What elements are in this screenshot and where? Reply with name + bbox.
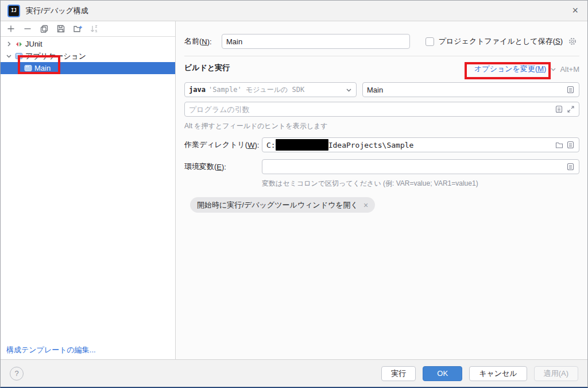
configuration-editor: 名前(N): プロジェクトファイルとして保存(S) ビルドと実行 オプションを変… xyxy=(176,21,588,361)
run-debug-configurations-dialog: IJ 実行/デバッグ構成 × xyxy=(0,0,588,388)
chevron-right-icon[interactable] xyxy=(5,41,12,48)
working-directory-field[interactable]: C: IdeaProjects\Sample xyxy=(262,137,579,152)
list-icon[interactable] xyxy=(566,163,575,171)
modify-options-shortcut: Alt+M xyxy=(560,65,579,74)
junit-icon xyxy=(14,40,23,48)
tree-item-main[interactable]: Main xyxy=(1,62,175,74)
alt-hint-text: Alt を押すとフィールドのヒントを表示します xyxy=(184,121,328,131)
configurations-tree: JUnit アプリケーション Main xyxy=(1,37,175,74)
program-arguments-input[interactable] xyxy=(189,102,552,116)
name-input[interactable] xyxy=(226,34,405,48)
build-and-run-heading: ビルドと実行 xyxy=(184,63,230,73)
env-hint-text: 変数はセミコロンで区切ってください (例: VAR=value; VAR1=va… xyxy=(262,179,478,189)
sort-alphabetically-icon[interactable] xyxy=(90,24,99,33)
application-icon xyxy=(24,64,32,72)
workdir-path-prefix: C: xyxy=(266,141,276,149)
configurations-sidebar: JUnit アプリケーション Main 構成テンプレートの編集... xyxy=(1,21,176,361)
modify-options-row: オプションを変更(M) Alt+M xyxy=(474,64,579,74)
tree-item-junit[interactable]: JUnit xyxy=(1,38,175,50)
close-icon[interactable]: × xyxy=(363,201,368,210)
edit-configuration-templates-link[interactable]: 構成テンプレートの編集... xyxy=(6,345,96,355)
open-toolwindow-tag: 開始時に実行/デバッグツールウィンドウを開く × xyxy=(190,197,375,213)
store-as-project-file-checkbox[interactable] xyxy=(425,37,434,46)
environment-variables-field-wrap xyxy=(262,159,579,174)
environment-variables-input[interactable] xyxy=(266,160,563,174)
ok-button[interactable]: OK xyxy=(423,366,462,381)
name-field-wrap xyxy=(222,34,410,49)
tree-item-label: JUnit xyxy=(25,40,42,48)
remove-icon[interactable] xyxy=(23,24,32,33)
dialog-footer: ? 実行 OK キャンセル 適用(A) xyxy=(1,359,587,387)
save-icon[interactable] xyxy=(56,24,65,33)
copy-icon[interactable] xyxy=(40,24,49,33)
sdk-combobox[interactable]: java 'Sample' モジュールの SDK xyxy=(184,82,357,97)
modify-options-link[interactable]: オプションを変更(M) xyxy=(474,64,546,74)
new-folder-icon[interactable] xyxy=(73,24,82,33)
tag-label: 開始時に実行/デバッグツールウィンドウを開く xyxy=(197,200,358,210)
title-bar: IJ 実行/デバッグ構成 × xyxy=(1,1,587,21)
close-icon[interactable]: × xyxy=(570,5,581,17)
environment-variables-label: 環境変数(E): xyxy=(184,159,226,174)
redaction-box xyxy=(276,139,328,151)
workdir-path-suffix: IdeaProjects\Sample xyxy=(328,141,414,149)
store-as-project-file-group: プロジェクトファイルとして保存(S) xyxy=(425,34,577,49)
application-icon xyxy=(14,52,23,60)
list-icon[interactable] xyxy=(566,141,575,149)
store-as-project-file-label: プロジェクトファイルとして保存(S) xyxy=(439,36,563,47)
sidebar-toolbar xyxy=(1,21,175,37)
help-icon[interactable]: ? xyxy=(10,367,24,381)
tree-item-application[interactable]: アプリケーション xyxy=(1,50,175,62)
name-label: 名前(N): xyxy=(184,34,212,49)
cancel-button[interactable]: キャンセル xyxy=(469,366,527,381)
main-class-input[interactable] xyxy=(367,83,563,97)
working-directory-label: 作業ディレクトリ(W): xyxy=(184,137,259,152)
divider xyxy=(184,56,579,56)
main-class-field-wrap xyxy=(362,82,579,97)
apply-button[interactable]: 適用(A) xyxy=(534,366,578,381)
program-arguments-field-wrap xyxy=(184,102,579,117)
intellij-logo-icon: IJ xyxy=(7,5,20,17)
browse-folder-icon[interactable] xyxy=(555,141,563,149)
run-button[interactable]: 実行 xyxy=(381,366,416,381)
list-icon[interactable] xyxy=(555,105,563,114)
chevron-down-icon[interactable] xyxy=(5,53,12,60)
tree-item-label: アプリケーション xyxy=(25,51,86,62)
chevron-down-icon[interactable] xyxy=(550,66,556,72)
gear-icon[interactable] xyxy=(567,37,577,47)
tree-item-label: Main xyxy=(34,64,51,72)
list-icon[interactable] xyxy=(566,86,575,94)
chevron-down-icon xyxy=(345,86,352,93)
add-icon[interactable] xyxy=(6,24,16,33)
expand-icon[interactable] xyxy=(566,105,575,114)
dialog-title: 実行/デバッグ構成 xyxy=(26,6,88,16)
